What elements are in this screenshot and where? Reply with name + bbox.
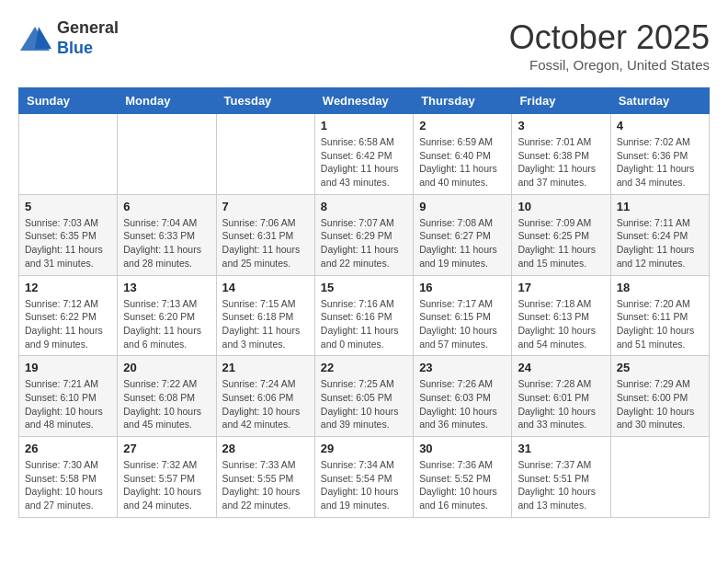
calendar-cell: 29Sunrise: 7:34 AM Sunset: 5:54 PM Dayli… (314, 437, 413, 518)
calendar-cell: 1Sunrise: 6:58 AM Sunset: 6:42 PM Daylig… (314, 114, 413, 195)
calendar-cell: 27Sunrise: 7:32 AM Sunset: 5:57 PM Dayli… (118, 437, 216, 518)
calendar-cell: 19Sunrise: 7:21 AM Sunset: 6:10 PM Dayli… (19, 356, 118, 437)
day-info: Sunrise: 7:02 AM Sunset: 6:36 PM Dayligh… (617, 135, 703, 190)
day-info: Sunrise: 7:11 AM Sunset: 6:24 PM Dayligh… (617, 216, 703, 270)
day-info: Sunrise: 7:37 AM Sunset: 5:51 PM Dayligh… (518, 458, 604, 512)
day-number: 20 (123, 361, 210, 374)
logo-icon (18, 25, 51, 52)
day-info: Sunrise: 7:07 AM Sunset: 6:29 PM Dayligh… (321, 216, 407, 270)
calendar-cell: 31Sunrise: 7:37 AM Sunset: 5:51 PM Dayli… (512, 437, 610, 518)
day-number: 3 (518, 119, 604, 132)
day-info: Sunrise: 7:24 AM Sunset: 6:06 PM Dayligh… (222, 377, 309, 431)
logo: General Blue (18, 18, 119, 58)
calendar-cell (610, 437, 709, 518)
day-info: Sunrise: 7:30 AM Sunset: 5:58 PM Dayligh… (25, 458, 111, 512)
calendar-header-row: SundayMondayTuesdayWednesdayThursdayFrid… (19, 88, 710, 114)
weekday-header: Sunday (19, 88, 118, 114)
calendar-cell: 7Sunrise: 7:06 AM Sunset: 6:31 PM Daylig… (216, 194, 314, 275)
calendar-cell (216, 114, 314, 195)
calendar-table: SundayMondayTuesdayWednesdayThursdayFrid… (18, 87, 710, 518)
day-info: Sunrise: 7:03 AM Sunset: 6:35 PM Dayligh… (25, 216, 111, 270)
day-info: Sunrise: 7:32 AM Sunset: 5:57 PM Dayligh… (123, 458, 210, 512)
day-info: Sunrise: 7:25 AM Sunset: 6:05 PM Dayligh… (321, 377, 407, 431)
day-info: Sunrise: 7:08 AM Sunset: 6:27 PM Dayligh… (419, 216, 506, 270)
day-info: Sunrise: 7:33 AM Sunset: 5:55 PM Dayligh… (222, 458, 309, 512)
day-number: 30 (419, 442, 506, 455)
day-number: 10 (518, 200, 604, 213)
day-number: 25 (617, 361, 703, 374)
day-info: Sunrise: 7:04 AM Sunset: 6:33 PM Dayligh… (123, 216, 210, 270)
calendar-cell: 4Sunrise: 7:02 AM Sunset: 6:36 PM Daylig… (610, 114, 709, 195)
calendar-cell: 20Sunrise: 7:22 AM Sunset: 6:08 PM Dayli… (118, 356, 216, 437)
day-number: 14 (222, 281, 309, 294)
calendar-cell: 17Sunrise: 7:18 AM Sunset: 6:13 PM Dayli… (512, 275, 610, 356)
calendar-cell: 18Sunrise: 7:20 AM Sunset: 6:11 PM Dayli… (610, 275, 709, 356)
day-number: 29 (321, 442, 407, 455)
weekday-header: Tuesday (216, 88, 314, 114)
day-info: Sunrise: 7:20 AM Sunset: 6:11 PM Dayligh… (617, 297, 703, 351)
weekday-header: Monday (118, 88, 216, 114)
day-info: Sunrise: 7:06 AM Sunset: 6:31 PM Dayligh… (222, 216, 309, 270)
day-number: 11 (617, 200, 703, 213)
day-number: 26 (25, 442, 111, 455)
month-title: October 2025 (509, 18, 710, 57)
location: Fossil, Oregon, United States (509, 57, 710, 73)
day-info: Sunrise: 7:13 AM Sunset: 6:20 PM Dayligh… (123, 297, 210, 351)
day-number: 23 (419, 361, 506, 374)
day-info: Sunrise: 6:59 AM Sunset: 6:40 PM Dayligh… (419, 135, 506, 190)
calendar-cell: 16Sunrise: 7:17 AM Sunset: 6:15 PM Dayli… (414, 275, 512, 356)
calendar-cell: 22Sunrise: 7:25 AM Sunset: 6:05 PM Dayli… (314, 356, 413, 437)
calendar-cell: 9Sunrise: 7:08 AM Sunset: 6:27 PM Daylig… (414, 194, 512, 275)
page-header: General Blue October 2025 Fossil, Oregon… (18, 18, 710, 73)
day-number: 18 (617, 281, 703, 294)
day-number: 22 (321, 361, 407, 374)
day-info: Sunrise: 6:58 AM Sunset: 6:42 PM Dayligh… (321, 135, 407, 190)
calendar-cell (118, 114, 216, 195)
calendar-cell: 26Sunrise: 7:30 AM Sunset: 5:58 PM Dayli… (19, 437, 118, 518)
day-info: Sunrise: 7:36 AM Sunset: 5:52 PM Dayligh… (419, 458, 506, 512)
day-info: Sunrise: 7:21 AM Sunset: 6:10 PM Dayligh… (25, 377, 111, 431)
day-number: 6 (123, 200, 210, 213)
day-info: Sunrise: 7:29 AM Sunset: 6:00 PM Dayligh… (617, 377, 703, 431)
calendar-cell: 8Sunrise: 7:07 AM Sunset: 6:29 PM Daylig… (314, 194, 413, 275)
day-number: 28 (222, 442, 309, 455)
day-info: Sunrise: 7:17 AM Sunset: 6:15 PM Dayligh… (419, 297, 506, 351)
logo-text: General Blue (57, 18, 119, 58)
day-number: 8 (321, 200, 407, 213)
day-number: 5 (25, 200, 111, 213)
day-info: Sunrise: 7:16 AM Sunset: 6:16 PM Dayligh… (321, 297, 407, 351)
day-info: Sunrise: 7:15 AM Sunset: 6:18 PM Dayligh… (222, 297, 309, 351)
day-info: Sunrise: 7:01 AM Sunset: 6:38 PM Dayligh… (518, 135, 604, 190)
calendar-week-row: 19Sunrise: 7:21 AM Sunset: 6:10 PM Dayli… (19, 356, 710, 437)
day-number: 15 (321, 281, 407, 294)
calendar-week-row: 1Sunrise: 6:58 AM Sunset: 6:42 PM Daylig… (19, 114, 710, 195)
day-number: 31 (518, 442, 604, 455)
day-number: 19 (25, 361, 111, 374)
calendar-cell: 25Sunrise: 7:29 AM Sunset: 6:00 PM Dayli… (610, 356, 709, 437)
calendar-cell: 24Sunrise: 7:28 AM Sunset: 6:01 PM Dayli… (512, 356, 610, 437)
day-number: 13 (123, 281, 210, 294)
calendar-cell: 15Sunrise: 7:16 AM Sunset: 6:16 PM Dayli… (314, 275, 413, 356)
day-info: Sunrise: 7:09 AM Sunset: 6:25 PM Dayligh… (518, 216, 604, 270)
title-area: October 2025 Fossil, Oregon, United Stat… (509, 18, 710, 73)
weekday-header: Saturday (610, 88, 709, 114)
day-info: Sunrise: 7:12 AM Sunset: 6:22 PM Dayligh… (25, 297, 111, 351)
calendar-cell: 3Sunrise: 7:01 AM Sunset: 6:38 PM Daylig… (512, 114, 610, 195)
weekday-header: Thursday (414, 88, 512, 114)
day-number: 4 (617, 119, 703, 132)
day-number: 21 (222, 361, 309, 374)
calendar-cell: 12Sunrise: 7:12 AM Sunset: 6:22 PM Dayli… (19, 275, 118, 356)
calendar-week-row: 12Sunrise: 7:12 AM Sunset: 6:22 PM Dayli… (19, 275, 710, 356)
calendar-cell: 2Sunrise: 6:59 AM Sunset: 6:40 PM Daylig… (414, 114, 512, 195)
calendar-cell (19, 114, 118, 195)
calendar-week-row: 26Sunrise: 7:30 AM Sunset: 5:58 PM Dayli… (19, 437, 710, 518)
day-number: 27 (123, 442, 210, 455)
calendar-cell: 10Sunrise: 7:09 AM Sunset: 6:25 PM Dayli… (512, 194, 610, 275)
day-number: 16 (419, 281, 506, 294)
calendar-cell: 28Sunrise: 7:33 AM Sunset: 5:55 PM Dayli… (216, 437, 314, 518)
day-number: 12 (25, 281, 111, 294)
calendar-week-row: 5Sunrise: 7:03 AM Sunset: 6:35 PM Daylig… (19, 194, 710, 275)
day-number: 7 (222, 200, 309, 213)
weekday-header: Friday (512, 88, 610, 114)
day-info: Sunrise: 7:34 AM Sunset: 5:54 PM Dayligh… (321, 458, 407, 512)
